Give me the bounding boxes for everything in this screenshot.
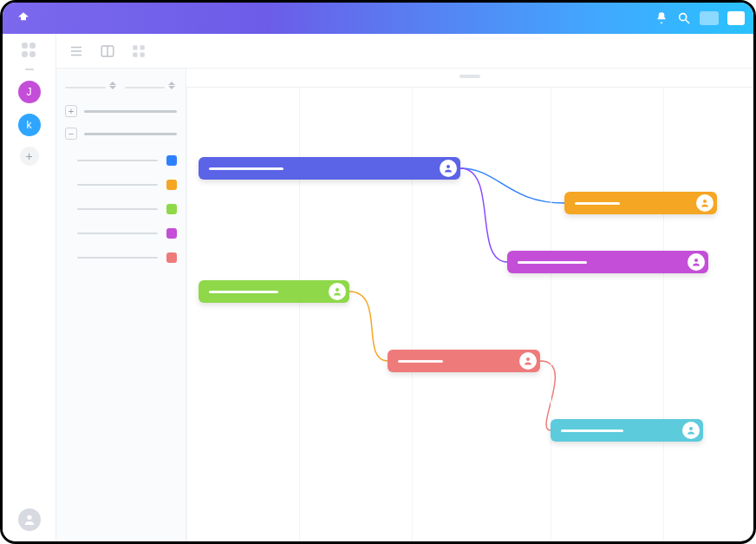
- view-switcher: [56, 34, 753, 69]
- status-swatch: [166, 228, 177, 239]
- sort-field-1[interactable]: [65, 82, 118, 93]
- assignee-icon[interactable]: [682, 422, 700, 439]
- status-swatch: [166, 180, 177, 190]
- task-item[interactable]: [65, 221, 177, 246]
- svg-rect-9: [140, 45, 145, 49]
- timeline-column: [412, 88, 413, 541]
- assignee-icon[interactable]: [688, 253, 705, 271]
- task-title: [209, 167, 284, 170]
- timeline-column: [186, 88, 187, 541]
- svg-point-13: [703, 200, 707, 203]
- task-sidebar: + −: [56, 69, 186, 541]
- task-group-2: −: [65, 128, 177, 270]
- workspace-avatar-k[interactable]: k: [18, 114, 41, 136]
- svg-line-1: [686, 20, 689, 23]
- svg-rect-10: [133, 52, 137, 56]
- add-workspace-button[interactable]: +: [20, 147, 39, 166]
- gantt-bar[interactable]: [551, 419, 703, 442]
- grid-view-icon[interactable]: [131, 43, 147, 59]
- task-title: [561, 429, 623, 432]
- group-1-title: [84, 110, 177, 113]
- task-title: [209, 291, 278, 293]
- topbar-button[interactable]: [727, 11, 745, 25]
- svg-point-2: [27, 515, 31, 520]
- search-icon[interactable]: [677, 11, 691, 25]
- gantt-canvas[interactable]: [186, 69, 753, 541]
- task-title: [518, 261, 587, 264]
- gantt-bar[interactable]: [564, 192, 717, 214]
- svg-point-12: [446, 165, 450, 168]
- task-item[interactable]: [65, 173, 177, 197]
- svg-rect-11: [140, 52, 145, 56]
- gantt-bar[interactable]: [199, 280, 349, 303]
- apps-icon[interactable]: [22, 43, 37, 58]
- left-rail: J k +: [3, 34, 56, 541]
- workspace-avatar-j[interactable]: J: [18, 81, 41, 103]
- svg-rect-8: [133, 45, 137, 49]
- timeline-ruler[interactable]: [186, 69, 753, 88]
- svg-point-16: [526, 357, 530, 361]
- dependency-links: [186, 88, 753, 541]
- svg-point-15: [336, 288, 339, 292]
- app-logo[interactable]: [15, 10, 32, 27]
- gantt-bar[interactable]: [507, 251, 708, 273]
- timeline-column: [551, 88, 551, 541]
- timeline-column: [663, 88, 664, 541]
- assignee-icon[interactable]: [329, 283, 346, 300]
- task-group-1: +: [65, 105, 177, 117]
- status-swatch: [166, 155, 177, 166]
- group-2-title: [84, 133, 177, 135]
- topbar: [3, 3, 753, 34]
- task-item[interactable]: [65, 197, 177, 221]
- rail-divider: [25, 69, 34, 70]
- status-swatch: [166, 252, 177, 263]
- assignee-icon[interactable]: [519, 352, 537, 370]
- board-view-icon[interactable]: [100, 43, 115, 59]
- svg-point-0: [680, 14, 687, 21]
- task-item[interactable]: [65, 148, 177, 173]
- task-item[interactable]: [65, 246, 177, 270]
- expand-group-1-icon[interactable]: +: [65, 105, 77, 117]
- svg-point-17: [689, 427, 693, 430]
- list-view-icon[interactable]: [68, 43, 84, 59]
- timeline-column: [299, 88, 300, 541]
- topbar-pill[interactable]: [700, 11, 719, 25]
- collapse-group-2-icon[interactable]: −: [65, 128, 77, 140]
- sort-controls[interactable]: [65, 82, 177, 93]
- assignee-icon[interactable]: [696, 194, 714, 212]
- bell-icon[interactable]: [655, 11, 668, 25]
- profile-icon[interactable]: [18, 508, 41, 531]
- sort-field-2[interactable]: [125, 82, 178, 93]
- task-title: [398, 360, 443, 363]
- task-title: [575, 202, 620, 205]
- gantt-bar[interactable]: [199, 157, 460, 180]
- status-swatch: [166, 204, 177, 214]
- assignee-icon[interactable]: [440, 160, 457, 177]
- svg-point-14: [694, 259, 698, 262]
- gantt-bar[interactable]: [388, 350, 540, 372]
- ruler-grip-icon[interactable]: [459, 75, 480, 78]
